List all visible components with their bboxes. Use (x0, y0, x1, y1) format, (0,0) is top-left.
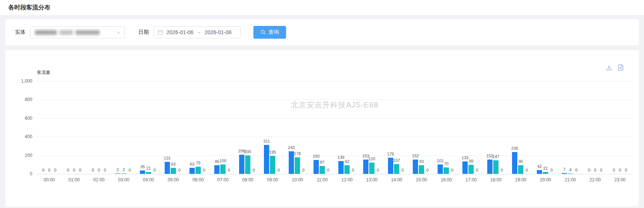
bar-出人数[interactable] (468, 165, 474, 174)
value-label: 0 (178, 168, 180, 172)
x-tick-label: 07:00 (217, 177, 229, 182)
bar-出人数[interactable] (245, 155, 250, 174)
bar-出人数[interactable] (146, 172, 151, 174)
x-tick-label: 06:00 (192, 177, 204, 182)
bar-进人数[interactable] (562, 173, 567, 174)
value-label: 0 (228, 168, 230, 172)
date-start[interactable]: 2026-01-06 (167, 29, 194, 35)
calendar-icon (158, 30, 163, 35)
bar-出人数[interactable] (419, 165, 424, 174)
bar-出人数[interactable] (195, 167, 201, 174)
y-tick-label: 400 (25, 134, 32, 139)
bar-出人数[interactable] (444, 167, 449, 174)
x-tick-label: 18:00 (490, 177, 502, 182)
bar-出人数[interactable] (344, 165, 350, 174)
value-label: 107 (393, 158, 400, 163)
value-label: 4 (569, 167, 571, 172)
value-label: 0 (302, 168, 305, 172)
bar-出人数[interactable] (543, 172, 548, 174)
bar-进人数[interactable] (314, 160, 319, 174)
bar-出人数[interactable] (121, 173, 126, 174)
date-separator: ~ (197, 30, 202, 35)
value-label: 0 (600, 168, 602, 172)
value-label: 195 (269, 150, 276, 154)
value-label: 95 (518, 159, 523, 164)
bar-进人数[interactable] (214, 165, 220, 174)
bar-进人数[interactable] (338, 161, 344, 174)
date-range-picker[interactable]: 2026-01-06 ~ 2026-01-08 (153, 26, 241, 38)
bar-出人数[interactable] (568, 173, 573, 174)
x-tick-label: 02:00 (93, 177, 105, 182)
bar-进人数[interactable] (363, 160, 368, 174)
bar-进人数[interactable] (289, 151, 294, 174)
value-label: 131 (164, 156, 171, 160)
bar-进人数[interactable] (462, 161, 468, 174)
bar-出人数[interactable] (394, 164, 399, 174)
value-label: 0 (79, 168, 81, 172)
bar-进人数[interactable] (413, 160, 418, 174)
value-label: 21 (146, 166, 151, 170)
value-label: 0 (613, 168, 615, 172)
bar-出人数[interactable] (493, 160, 499, 174)
bar-进人数[interactable] (189, 168, 195, 174)
value-label: 87 (320, 160, 324, 164)
page-title: 各时段客流分布 (8, 4, 50, 12)
x-tick-label: 20:00 (540, 177, 551, 182)
y-tick-label: 1,000 (21, 78, 32, 84)
x-tick-label: 19:00 (515, 177, 526, 182)
x-tick-label: 01:00 (68, 177, 80, 182)
watermark: 北京安吉升科技AJS-E68 (291, 100, 379, 110)
plot-area: 北京安吉升科技AJS-E68 02004006008001,00000:0000… (37, 81, 632, 174)
search-icon (261, 30, 266, 35)
bar-进人数[interactable] (140, 170, 145, 174)
bar-出人数[interactable] (171, 168, 176, 174)
chart-toolbar (606, 64, 624, 71)
value-label: 95 (215, 159, 219, 164)
entity-select-value-redacted (35, 30, 100, 35)
value-label: 99 (469, 159, 473, 163)
value-label: 0 (153, 168, 156, 172)
bar-出人数[interactable] (220, 164, 226, 174)
download-icon[interactable] (606, 64, 612, 71)
value-label: 2 (117, 167, 119, 172)
bar-进人数[interactable] (165, 162, 170, 174)
date-end[interactable]: 2026-01-08 (205, 29, 232, 35)
value-label: 0 (73, 168, 75, 172)
value-label: 92 (345, 159, 349, 164)
value-label: 147 (492, 154, 499, 159)
x-tick-label: 10:00 (292, 177, 303, 182)
bar-进人数[interactable] (264, 145, 269, 174)
value-label: 0 (92, 168, 94, 172)
bar-进人数[interactable] (487, 160, 492, 174)
bar-出人数[interactable] (369, 163, 374, 174)
x-tick-label: 12:00 (341, 177, 353, 182)
x-tick-label: 23:00 (614, 177, 626, 182)
bar-出人数[interactable] (270, 156, 275, 174)
query-button[interactable]: 查询 (253, 26, 286, 39)
x-axis-line (37, 174, 632, 174)
value-label: 150 (313, 154, 320, 158)
bar-出人数[interactable] (295, 157, 300, 174)
bar-进人数[interactable] (388, 158, 393, 174)
document-icon[interactable] (618, 64, 624, 71)
value-label: 0 (625, 168, 627, 172)
bar-进人数[interactable] (512, 152, 517, 174)
value-label: 243 (288, 145, 295, 150)
value-label: 0 (104, 168, 106, 172)
bar-进人数[interactable] (239, 155, 244, 174)
value-label: 70 (444, 161, 449, 166)
bar-出人数[interactable] (518, 165, 523, 174)
entity-select[interactable] (30, 26, 125, 38)
chart-card: 客流量 北京安吉升科技AJS-E68 02004006008001,00000:… (5, 50, 639, 206)
value-label: 63 (190, 162, 194, 166)
bar-进人数[interactable] (537, 170, 542, 174)
value-label: 0 (575, 168, 577, 172)
bar-进人数[interactable] (438, 164, 443, 174)
bar-出人数[interactable] (320, 166, 325, 174)
x-tick-label: 05:00 (168, 177, 179, 182)
x-tick-label: 08:00 (242, 177, 253, 182)
chevron-down-icon (116, 30, 121, 35)
y-axis-title: 客流量 (37, 69, 50, 76)
value-label: 0 (203, 168, 205, 172)
bar-进人数[interactable] (115, 173, 120, 174)
